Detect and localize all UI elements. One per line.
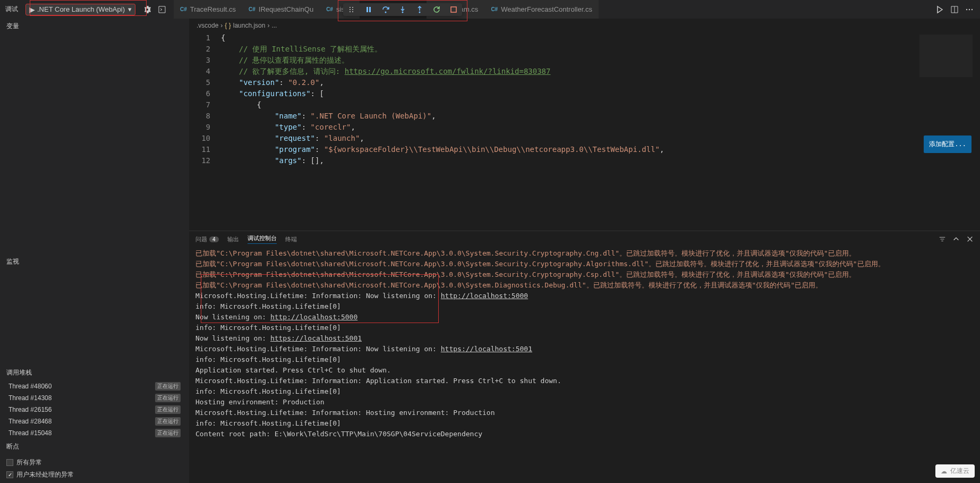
svg-point-3 (350, 7, 351, 8)
debug-toolbar[interactable] (343, 3, 462, 16)
svg-point-2 (972, 9, 973, 10)
restart-icon[interactable] (432, 5, 441, 14)
console-line: Application started. Press Ctrl+C to shu… (195, 365, 974, 376)
breadcrumb-item[interactable]: launch.json (233, 22, 266, 29)
svg-point-6 (352, 7, 353, 8)
svg-point-12 (402, 12, 404, 13)
pause-icon[interactable] (364, 5, 373, 14)
breakpoint-user-unhandled[interactable]: 用户未经处理的异常 (6, 469, 183, 481)
debug-view-title: 调试 (0, 5, 23, 14)
svg-rect-10 (369, 7, 371, 12)
console-line: Microsoft.Hosting.Lifetime: Information:… (195, 344, 974, 354)
thread-status-badge: 正在运行 (155, 429, 181, 437)
editor-tab[interactable]: C#TraceResult.cs (174, 0, 242, 19)
tab-terminal[interactable]: 终端 (285, 235, 297, 243)
more-icon[interactable] (965, 5, 974, 14)
thread-item[interactable]: Thread #26156正在运行 (2, 404, 187, 416)
svg-point-7 (352, 9, 353, 10)
thread-item[interactable]: Thread #48060正在运行 (2, 380, 187, 392)
svg-rect-9 (367, 7, 368, 12)
svg-point-5 (350, 11, 351, 12)
thread-name: Thread #48060 (8, 383, 155, 390)
thread-name: Thread #14308 (8, 394, 155, 402)
watermark: ☁亿速云 (935, 464, 975, 478)
svg-point-4 (350, 9, 351, 10)
breadcrumb-item[interactable]: .vscode (197, 22, 218, 29)
code-content[interactable]: { // 使用 IntelliSense 了解相关属性。 // 悬停以查看现有属… (221, 32, 980, 231)
checkbox-checked-icon[interactable] (6, 471, 13, 478)
debug-console[interactable]: 已加载"C:\Program Files\dotnet\shared\Micro… (189, 247, 980, 483)
editor-tab[interactable]: C#WeatherForecastController.cs (484, 0, 599, 19)
split-editor-icon[interactable] (950, 5, 959, 14)
svg-rect-14 (451, 7, 456, 12)
console-line: 已加载"C:\Program Files\dotnet\shared\Micro… (195, 248, 974, 259)
maximize-icon[interactable] (952, 235, 960, 243)
line-gutter: 123456789101112 (189, 32, 221, 231)
checkbox-icon[interactable] (6, 459, 13, 466)
breadcrumb[interactable]: .vscode › { } launch.json › ... (189, 19, 980, 32)
run-icon[interactable] (935, 5, 944, 14)
csharp-icon: C# (326, 6, 333, 12)
chevron-down-icon: ▾ (128, 5, 132, 13)
step-out-icon[interactable] (415, 5, 424, 14)
launch-config-name: .NET Core Launch (WebApi) (37, 5, 125, 13)
debug-console-icon[interactable] (158, 5, 166, 14)
tab-label: WeatherForecastController.cs (501, 5, 592, 13)
code-editor[interactable]: 123456789101112 { // 使用 IntelliSense 了解相… (189, 32, 980, 231)
console-line: Content root path: E:\Work\TeldSrc\TTP\M… (195, 429, 974, 439)
gear-icon[interactable] (143, 5, 151, 14)
breakpoints-section[interactable]: 断点 (0, 439, 189, 454)
console-line: 已加载"C:\Program Files\dotnet\shared\Micro… (195, 269, 974, 280)
tab-output[interactable]: 输出 (227, 235, 239, 243)
minimap[interactable] (919, 35, 973, 77)
thread-item[interactable]: Thread #14308正在运行 (2, 392, 187, 404)
drag-handle-icon[interactable] (347, 5, 356, 14)
csharp-icon: C# (491, 6, 498, 12)
console-line: Now listening on: http://localhost:5000 (195, 312, 974, 323)
svg-point-8 (352, 11, 353, 12)
variables-section[interactable]: 变量 (0, 19, 189, 34)
thread-item[interactable]: Thread #28468正在运行 (2, 416, 187, 427)
csharp-icon: C# (180, 6, 187, 12)
console-link[interactable]: https://localhost:5001 (270, 334, 362, 342)
svg-point-1 (969, 9, 970, 10)
thread-name: Thread #28468 (8, 418, 155, 425)
watch-section[interactable]: 监视 (0, 254, 189, 269)
tab-label: TraceResult.cs (190, 5, 236, 13)
problems-badge: 4 (209, 236, 219, 242)
console-line: 已加载"C:\Program Files\dotnet\shared\Micro… (195, 259, 974, 269)
console-line: info: Microsoft.Hosting.Lifetime[0] (195, 323, 974, 333)
tab-debug-console[interactable]: 调试控制台 (248, 234, 277, 244)
close-panel-icon[interactable] (966, 235, 974, 243)
thread-status-badge: 正在运行 (155, 394, 181, 402)
breakpoint-all-exceptions[interactable]: 所有异常 (6, 456, 183, 469)
console-line: Now listening on: https://localhost:5001 (195, 333, 974, 344)
launch-config-dropdown[interactable]: ▶ .NET Core Launch (WebApi) ▾ (25, 4, 135, 15)
console-line: 已加载"C:\Program Files\dotnet\shared\Micro… (195, 280, 974, 291)
play-icon: ▶ (29, 5, 35, 14)
console-link[interactable]: http://localhost:5000 (441, 292, 528, 300)
filter-icon[interactable] (939, 235, 946, 243)
console-link[interactable]: https://localhost:5001 (441, 345, 532, 353)
thread-name: Thread #15048 (8, 429, 155, 437)
editor-tab[interactable]: C#IRequestChainQu (242, 0, 320, 19)
debug-sidebar: 变量 监视 调用堆栈 Thread #48060正在运行Thread #1430… (0, 19, 189, 483)
tab-label: IRequestChainQu (259, 5, 313, 13)
console-line: Microsoft.Hosting.Lifetime: Information:… (195, 408, 974, 418)
thread-name: Thread #26156 (8, 406, 155, 413)
thread-item[interactable]: Thread #15048正在运行 (2, 427, 187, 439)
step-over-icon[interactable] (381, 5, 390, 14)
callstack-section[interactable]: 调用堆栈 (0, 365, 189, 380)
tab-problems[interactable]: 问题 4 (195, 235, 219, 243)
stop-icon[interactable] (449, 5, 458, 14)
console-line: Microsoft.Hosting.Lifetime: Information:… (195, 291, 974, 301)
svg-point-0 (966, 9, 967, 10)
console-line: info: Microsoft.Hosting.Lifetime[0] (195, 301, 974, 312)
console-link[interactable]: http://localhost:5000 (270, 313, 357, 321)
thread-status-badge: 正在运行 (155, 417, 181, 426)
json-icon: { } (225, 22, 231, 29)
step-into-icon[interactable] (398, 5, 407, 14)
add-configuration-button[interactable]: 添加配置... (924, 135, 972, 153)
thread-status-badge: 正在运行 (155, 382, 181, 391)
breadcrumb-item[interactable]: ... (271, 22, 277, 29)
